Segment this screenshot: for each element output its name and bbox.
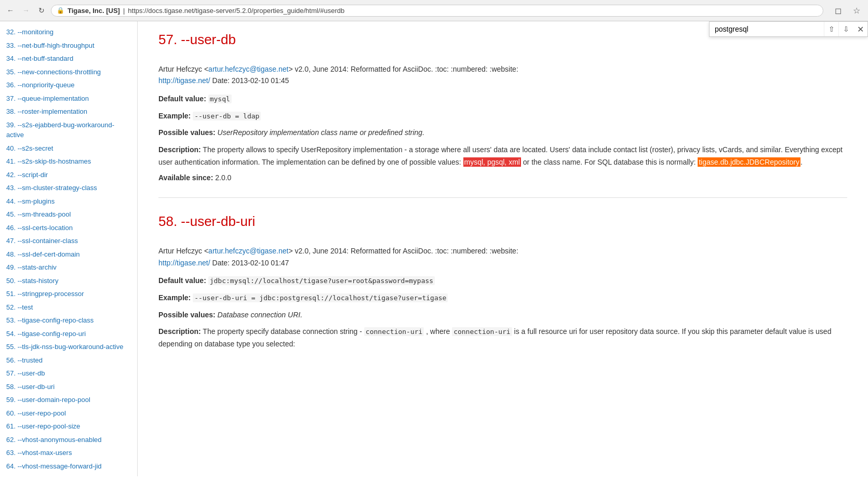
sidebar-item-42[interactable]: 42. --script-dir: [0, 168, 137, 182]
sidebar-item-44[interactable]: 44. --sm-plugins: [0, 195, 137, 208]
search-prev-button[interactable]: ⇧: [824, 22, 838, 36]
section57-description: Description: The property allows to spec…: [158, 144, 847, 169]
section57-version: v2.0, June 2014: Reformatted for AsciiDo…: [295, 65, 518, 73]
back-button[interactable]: ←: [4, 4, 17, 17]
section57-highlight2: tigase.db.jdbc.JDBCRepository: [698, 157, 800, 167]
section58-default-label: Default value:: [158, 276, 206, 285]
section58-desc-text2: , where: [426, 327, 450, 336]
section57-available-value: 2.0.0: [215, 173, 231, 182]
sidebar-item-34[interactable]: 34. --net-buff-standard: [0, 52, 137, 65]
section57-date: Date: 2013-02-10 01:45: [212, 76, 289, 85]
sidebar-item-61[interactable]: 61. --user-repo-pool-size: [0, 420, 137, 433]
reload-button[interactable]: ↻: [35, 4, 48, 17]
section57-desc-text3: .: [800, 158, 803, 166]
section57-highlight1: mysql, pgsql, xml: [463, 157, 521, 167]
sidebar-item-51[interactable]: 51. --stringprep-processor: [0, 287, 137, 301]
section58-example-label: Example:: [158, 293, 191, 302]
sidebar-item-43[interactable]: 43. --sm-cluster-strategy-class: [0, 181, 137, 195]
search-close-button[interactable]: ✕: [853, 22, 867, 36]
sidebar-item-58[interactable]: 58. --user-db-uri: [0, 380, 137, 394]
section58-author-email-link[interactable]: artur.hefczyc@tigase.net: [208, 247, 288, 255]
section58-code1: connection-uri: [364, 327, 424, 336]
address-bar[interactable]: 🔒 Tigase, Inc. [US] | https://docs.tigas…: [51, 5, 823, 17]
extensions-button[interactable]: ◻: [831, 3, 845, 18]
sidebar: 32. --monitoring 33. --net-buff-high-thr…: [0, 21, 138, 476]
sidebar-item-65[interactable]: 65. --vhost-presence-forward-jid: [0, 473, 137, 476]
sidebar-item-57[interactable]: 57. --user-db: [0, 367, 137, 380]
sidebar-item-35[interactable]: 35. --new-connections-throttling: [0, 65, 137, 79]
sidebar-item-46[interactable]: 46. --ssl-certs-location: [0, 221, 137, 235]
sidebar-item-40[interactable]: 40. --s2s-secret: [0, 142, 137, 155]
sidebar-item-49[interactable]: 49. --stats-archiv: [0, 261, 137, 274]
section57-available-row: Available since: 2.0.0: [158, 173, 847, 182]
section57-desc-label: Description:: [158, 145, 201, 154]
section-divider: [158, 197, 847, 198]
address-text: https://docs.tigase.net/tigase-server/5.…: [128, 7, 818, 15]
section58-website-link[interactable]: http://tigase.net/: [158, 259, 210, 267]
sidebar-item-45[interactable]: 45. --sm-threads-pool: [0, 208, 137, 221]
lock-icon: 🔒: [57, 7, 64, 14]
section57-default-label: Default value:: [158, 95, 206, 103]
section57-default-row: Default value: mysql: [158, 93, 847, 105]
search-overlay: ⇧ ⇩ ✕: [709, 21, 868, 37]
section57-website-link[interactable]: http://tigase.net/: [158, 76, 210, 85]
section58-version: v2.0, June 2014: Reformatted for AsciiDo…: [295, 247, 518, 255]
section57-possible-value: UserRepository implementation class name…: [218, 128, 424, 137]
sidebar-item-64[interactable]: 64. --vhost-message-forward-jid: [0, 460, 137, 473]
sidebar-item-41[interactable]: 41. --s2s-skip-tls-hostnames: [0, 155, 137, 168]
sidebar-item-62[interactable]: 62. --vhost-anonymous-enabled: [0, 433, 137, 447]
section58-example-row: Example: --user-db-uri = jdbc:postgresql…: [158, 292, 847, 304]
sidebar-item-56[interactable]: 56. --trusted: [0, 354, 137, 367]
search-next-button[interactable]: ⇩: [838, 22, 853, 36]
section58-example-value: --user-db-uri = jdbc:postgresql://localh…: [193, 293, 448, 302]
sidebar-item-39[interactable]: 39. --s2s-ejabberd-bug-workaround-active: [0, 118, 137, 142]
section58-author-name: Artur Hefczyc: [158, 247, 202, 255]
search-input[interactable]: [710, 22, 824, 36]
section57-possible-label: Possible values:: [158, 128, 216, 137]
address-separator: |: [123, 7, 125, 15]
sidebar-item-63[interactable]: 63. --vhost-max-users: [0, 446, 137, 460]
section58-default-value: jdbc:mysql://localhost/tigase?user=root&…: [208, 276, 435, 285]
section57-example-value: --user-db = ldap: [193, 112, 261, 120]
section58-code2: connection-uri: [452, 327, 512, 336]
section58-possible-value: Database connection URI.: [218, 311, 302, 319]
section58-author: Artur Hefczyc <artur.hefczyc@tigase.net>…: [158, 245, 847, 269]
sidebar-item-32[interactable]: 32. --monitoring: [0, 25, 137, 39]
section57-desc-text2: or the class name. For SQL database this…: [523, 158, 696, 166]
section58-possible-label: Possible values:: [158, 311, 216, 319]
section58-description: Description: The property specify databa…: [158, 326, 847, 351]
sidebar-item-38[interactable]: 38. --roster-implementation: [0, 105, 137, 118]
bookmark-button[interactable]: ☆: [849, 3, 864, 18]
browser-chrome: ← → ↻ 🔒 Tigase, Inc. [US] | https://docs…: [0, 0, 868, 21]
section57-author-email-link[interactable]: artur.hefczyc@tigase.net: [208, 65, 288, 73]
section57-author-name: Artur Hefczyc: [158, 65, 202, 73]
main-content: ⇧ ⇩ ✕ 57. --user-db Artur Hefczyc <artur…: [138, 21, 868, 476]
section57-example-label: Example:: [158, 112, 191, 120]
section58-date: Date: 2013-02-10 01:47: [212, 259, 289, 267]
sidebar-item-47[interactable]: 47. --ssl-container-class: [0, 234, 137, 248]
sidebar-item-53[interactable]: 53. --tigase-config-repo-class: [0, 314, 137, 327]
sidebar-item-59[interactable]: 59. --user-domain-repo-pool: [0, 393, 137, 407]
section57-example-row: Example: --user-db = ldap: [158, 110, 847, 122]
section58-possible-row: Possible values: Database connection URI…: [158, 309, 847, 320]
forward-button[interactable]: →: [20, 4, 32, 17]
section58-heading: 58. --user-db-uri: [158, 213, 847, 235]
browser-icons: ◻ ☆: [831, 3, 864, 18]
sidebar-item-48[interactable]: 48. --ssl-def-cert-domain: [0, 248, 137, 261]
sidebar-item-33[interactable]: 33. --net-buff-high-throughput: [0, 39, 137, 52]
sidebar-item-37[interactable]: 37. --queue-implementation: [0, 92, 137, 105]
section58-desc-text1: The property specify database connection…: [203, 327, 362, 336]
sidebar-item-60[interactable]: 60. --user-repo-pool: [0, 407, 137, 420]
sidebar-item-52[interactable]: 52. --test: [0, 301, 137, 314]
browser-toolbar: ← → ↻ 🔒 Tigase, Inc. [US] | https://docs…: [0, 0, 868, 21]
section57-default-value: mysql: [208, 95, 232, 103]
sidebar-item-54[interactable]: 54. --tigase-config-repo-uri: [0, 327, 137, 341]
sidebar-item-55[interactable]: 55. --tls-jdk-nss-bug-workaround-active: [0, 340, 137, 354]
site-name: Tigase, Inc. [US]: [68, 7, 120, 15]
sidebar-item-50[interactable]: 50. --stats-history: [0, 274, 137, 288]
sidebar-item-36[interactable]: 36. --nonpriority-queue: [0, 78, 137, 92]
page-layout: 32. --monitoring 33. --net-buff-high-thr…: [0, 21, 868, 476]
section58-desc-label: Description:: [158, 327, 201, 336]
section57-possible-row: Possible values: UserRepository implemen…: [158, 127, 847, 138]
section58-default-row: Default value: jdbc:mysql://localhost/ti…: [158, 275, 847, 287]
